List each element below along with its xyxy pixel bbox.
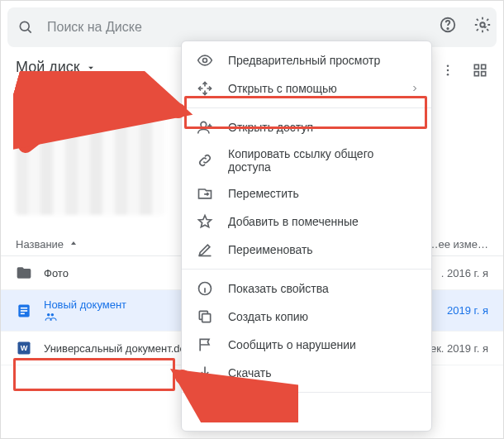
help-icon[interactable] <box>439 16 457 34</box>
svg-rect-11 <box>482 72 486 76</box>
svg-point-20 <box>203 59 207 63</box>
svg-point-4 <box>480 22 485 27</box>
col-modified[interactable]: …ее изме… <box>428 238 488 251</box>
svg-text:W: W <box>21 344 28 352</box>
svg-rect-10 <box>474 72 478 76</box>
ctx-report[interactable]: Сообщить о нарушении <box>182 331 431 359</box>
download-icon <box>197 365 213 381</box>
link-icon <box>197 152 213 169</box>
chevron-right-icon <box>410 84 420 93</box>
svg-rect-14 <box>21 310 27 312</box>
gdoc-icon <box>16 303 32 319</box>
ctx-preview[interactable]: Предварительный просмотр <box>182 46 431 74</box>
svg-point-16 <box>47 313 50 317</box>
info-icon <box>197 280 213 297</box>
settings-icon[interactable] <box>473 16 492 34</box>
svg-line-1 <box>28 30 31 33</box>
search-icon <box>17 19 34 36</box>
open-with-icon <box>197 80 213 97</box>
ctx-star[interactable]: Добавить в помеченные <box>182 208 431 236</box>
svg-rect-13 <box>21 307 27 308</box>
svg-point-17 <box>51 313 55 317</box>
context-menu: Предварительный просмотр Открыть с помощ… <box>181 41 432 432</box>
svg-rect-15 <box>21 313 25 314</box>
search-placeholder: Поиск на Диске <box>47 20 487 35</box>
svg-rect-23 <box>202 314 211 322</box>
svg-rect-8 <box>474 64 478 69</box>
ctx-share[interactable]: Открыть доступ <box>182 113 431 141</box>
grid-view-icon[interactable] <box>472 62 488 79</box>
pencil-icon <box>197 241 213 258</box>
svg-point-5 <box>447 64 449 67</box>
eye-icon <box>197 52 213 69</box>
person-add-icon <box>197 119 213 136</box>
more-icon[interactable] <box>440 63 455 78</box>
ctx-copy-link[interactable]: Копировать ссылку общего доступа <box>182 141 431 179</box>
breadcrumb-caret-icon[interactable] <box>85 62 97 74</box>
quick-access-thumbnail[interactable] <box>16 116 164 215</box>
svg-point-0 <box>20 21 29 31</box>
star-icon <box>197 213 213 230</box>
trash-icon <box>197 403 213 420</box>
svg-point-7 <box>447 74 449 76</box>
breadcrumb-title[interactable]: Мой диск <box>16 59 80 76</box>
ctx-delete[interactable]: Удалить <box>182 398 431 426</box>
folder-icon <box>16 265 32 281</box>
svg-point-3 <box>447 28 448 29</box>
ctx-download[interactable]: Скачать <box>182 359 431 387</box>
svg-point-21 <box>201 122 207 127</box>
move-icon <box>197 185 213 202</box>
ctx-move[interactable]: Переместить <box>182 179 431 208</box>
svg-point-6 <box>447 69 449 72</box>
flag-icon <box>197 336 213 353</box>
ctx-copy[interactable]: Создать копию <box>182 303 431 331</box>
svg-rect-9 <box>482 64 486 69</box>
copy-icon <box>197 308 213 325</box>
word-icon: W <box>16 340 32 356</box>
col-name[interactable]: Название <box>16 238 78 251</box>
ctx-details[interactable]: Показать свойства <box>182 274 431 303</box>
ctx-open-with[interactable]: Открыть с помощью <box>182 74 431 103</box>
ctx-rename[interactable]: Переименовать <box>182 236 431 264</box>
